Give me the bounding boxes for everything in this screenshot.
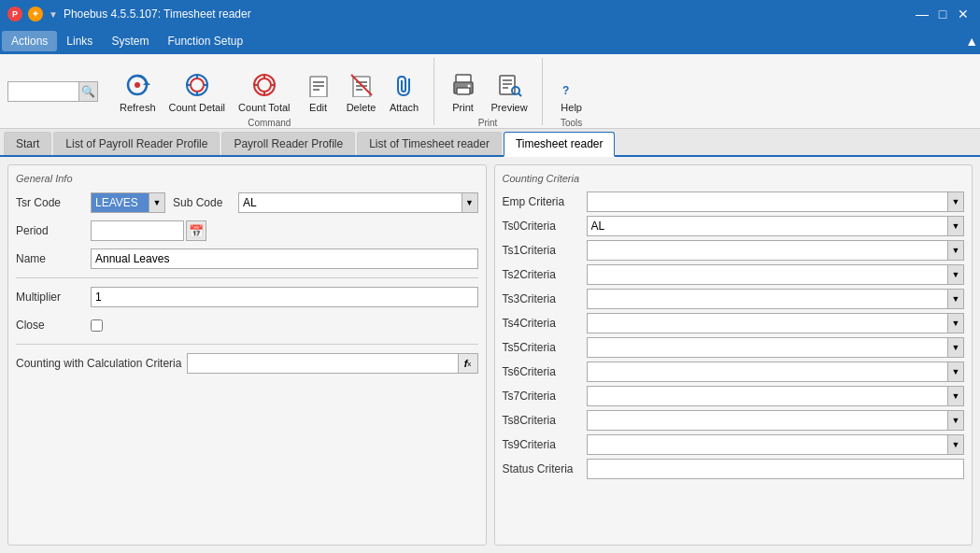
- name-input[interactable]: Annual Leaves: [91, 248, 478, 269]
- svg-point-10: [258, 78, 271, 92]
- window-title: Phoebus 4.5.5.107: Timesheet reader: [64, 7, 251, 21]
- refresh-button[interactable]: Refresh: [113, 65, 163, 118]
- period-input[interactable]: [91, 220, 184, 241]
- maximize-button[interactable]: □: [933, 5, 952, 23]
- preview-icon: [494, 70, 524, 100]
- tsr-code-input[interactable]: LEAVES: [91, 192, 149, 213]
- ts1-criteria-combo: ▼: [587, 240, 965, 261]
- ts2-criteria-input[interactable]: [587, 264, 948, 285]
- close-button[interactable]: ✕: [954, 5, 973, 23]
- ts3-criteria-input[interactable]: [587, 289, 948, 309]
- ts8-criteria-label: Ts8Criteria: [503, 414, 587, 427]
- emp-criteria-combo: ▼: [587, 191, 965, 212]
- tsr-code-combo: LEAVES ▼: [91, 192, 165, 213]
- command-group-wrapper: Refresh Count Detail: [113, 62, 426, 129]
- ts4-criteria-label: Ts4Criteria: [503, 317, 587, 330]
- period-row: Period 📅: [16, 220, 478, 242]
- ts1-criteria-dropdown[interactable]: ▼: [947, 240, 964, 261]
- tab-list-timesheet-reader[interactable]: List of Timesheet reader: [357, 132, 502, 155]
- function-sub-icon: x: [467, 360, 471, 368]
- ts5-criteria-input[interactable]: [587, 337, 948, 358]
- svg-rect-15: [310, 77, 327, 97]
- refresh-icon: [122, 70, 152, 100]
- calc-input[interactable]: [187, 353, 457, 374]
- emp-criteria-input[interactable]: [587, 191, 948, 212]
- help-button[interactable]: ? Help: [550, 65, 593, 118]
- ts2-criteria-combo: ▼: [587, 264, 965, 285]
- refresh-label: Refresh: [120, 102, 156, 113]
- command-buttons: Refresh Count Detail: [113, 62, 426, 118]
- ts8-criteria-dropdown[interactable]: ▼: [947, 410, 964, 431]
- ts5-criteria-row: Ts5Criteria ▼: [503, 337, 965, 358]
- divider-1: [16, 277, 478, 278]
- help-label: Help: [561, 102, 582, 113]
- ts4-criteria-row: Ts4Criteria ▼: [503, 313, 965, 333]
- ts6-criteria-input[interactable]: [587, 362, 948, 382]
- count-total-button[interactable]: Count Total: [232, 65, 296, 118]
- ts1-criteria-row: Ts1Criteria ▼: [503, 240, 965, 261]
- menu-bar: Actions Links System Function Setup ▲: [0, 28, 980, 54]
- calc-function-button[interactable]: fx: [458, 353, 478, 374]
- tab-bar: Start List of Payroll Reader Profile Pay…: [0, 129, 980, 157]
- edit-button[interactable]: Edit: [297, 65, 340, 118]
- general-info-title: General Info: [16, 173, 478, 184]
- ts1-criteria-input[interactable]: [587, 240, 948, 261]
- emp-criteria-dropdown[interactable]: ▼: [947, 191, 964, 212]
- ts4-criteria-input[interactable]: [587, 313, 948, 333]
- tab-payroll-reader-profile[interactable]: Payroll Reader Profile: [221, 132, 355, 155]
- status-criteria-input[interactable]: [587, 459, 965, 479]
- delete-button[interactable]: Delete: [340, 65, 383, 118]
- svg-point-4: [191, 78, 204, 92]
- ts0-criteria-combo: AL ▼: [587, 216, 965, 236]
- multiplier-input[interactable]: 1: [91, 287, 478, 307]
- ts9-criteria-input[interactable]: [587, 434, 948, 455]
- menu-collapse-icon[interactable]: ▲: [965, 34, 978, 49]
- ts8-criteria-input[interactable]: [587, 410, 948, 431]
- sub-code-input[interactable]: AL: [238, 192, 462, 213]
- ts7-criteria-input[interactable]: [587, 386, 948, 406]
- sub-code-dropdown[interactable]: ▼: [462, 192, 478, 213]
- delete-label: Delete: [347, 102, 376, 113]
- title-bar: P ✦ ▼ Phoebus 4.5.5.107: Timesheet reade…: [0, 0, 980, 28]
- ts0-criteria-row: Ts0Criteria AL ▼: [503, 216, 965, 236]
- ts4-criteria-dropdown[interactable]: ▼: [947, 313, 964, 333]
- ts2-criteria-dropdown[interactable]: ▼: [947, 264, 964, 285]
- preview-button[interactable]: Preview: [485, 65, 534, 118]
- ts0-criteria-dropdown[interactable]: ▼: [947, 216, 964, 236]
- counting-label: Counting with Calculation Criteria: [16, 357, 181, 370]
- ts7-criteria-dropdown[interactable]: ▼: [947, 386, 964, 406]
- ts8-criteria-combo: ▼: [587, 410, 965, 431]
- search-button[interactable]: 🔍: [78, 82, 97, 101]
- count-detail-icon: [182, 70, 212, 100]
- svg-point-27: [467, 84, 470, 87]
- print-group-label: Print: [442, 118, 534, 130]
- count-detail-button[interactable]: Count Detail: [163, 65, 233, 118]
- tab-list-payroll-reader-profile[interactable]: List of Payroll Reader Profile: [53, 132, 220, 155]
- menu-actions[interactable]: Actions: [2, 31, 57, 51]
- toolbar: 🔍 Refresh: [0, 54, 980, 129]
- menu-function-setup[interactable]: Function Setup: [158, 31, 252, 51]
- search-input[interactable]: [8, 82, 78, 101]
- status-criteria-row: Status Criteria: [503, 459, 965, 479]
- tab-timesheet-reader[interactable]: Timesheet reader: [504, 132, 616, 157]
- tab-start[interactable]: Start: [4, 132, 51, 155]
- close-checkbox[interactable]: [91, 319, 103, 332]
- ts9-criteria-dropdown[interactable]: ▼: [947, 434, 964, 455]
- print-button[interactable]: Print: [442, 65, 485, 118]
- menu-links[interactable]: Links: [57, 31, 102, 51]
- tsr-code-dropdown[interactable]: ▼: [149, 192, 165, 213]
- status-criteria-label: Status Criteria: [503, 462, 587, 475]
- attach-button[interactable]: Attach: [383, 65, 426, 118]
- sub-code-combo: AL ▼: [238, 192, 478, 213]
- ts6-criteria-row: Ts6Criteria ▼: [503, 362, 965, 382]
- ts5-criteria-dropdown[interactable]: ▼: [947, 337, 964, 358]
- title-bar-left: P ✦ ▼ Phoebus 4.5.5.107: Timesheet reade…: [7, 7, 251, 21]
- ts3-criteria-dropdown[interactable]: ▼: [947, 289, 964, 309]
- minimize-button[interactable]: —: [913, 5, 931, 23]
- calendar-button[interactable]: 📅: [186, 220, 206, 241]
- ts0-criteria-input[interactable]: AL: [587, 216, 948, 236]
- menu-system[interactable]: System: [102, 31, 158, 51]
- ts6-criteria-dropdown[interactable]: ▼: [947, 362, 964, 382]
- ts3-criteria-combo: ▼: [587, 289, 965, 309]
- count-detail-label: Count Detail: [169, 102, 226, 113]
